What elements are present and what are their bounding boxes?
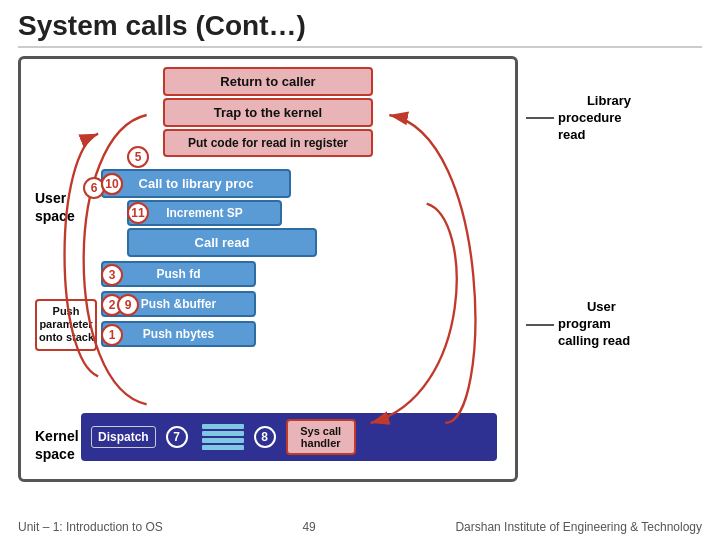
push-fd-box: Push fd <box>101 261 256 287</box>
badge-10: 10 <box>101 173 123 195</box>
badge-1: 1 <box>101 324 123 346</box>
kernel-line-3 <box>202 438 244 443</box>
user-space-label: User space <box>35 189 75 225</box>
kernel-space-label: Kernel space <box>35 427 79 463</box>
right-labels: Library procedure read User program call… <box>526 76 631 367</box>
kernel-line-4 <box>202 445 244 450</box>
push-parameter-box: Push parameter onto stack <box>35 299 97 351</box>
trap-to-kernel-box: Trap to the kernel <box>163 98 373 127</box>
increment-sp-box: Increment SP <box>127 200 282 226</box>
title-divider <box>18 46 702 48</box>
badge-5: 5 <box>127 146 149 168</box>
push-nbytes-box: Push nbytes <box>101 321 256 347</box>
badge-3: 3 <box>101 264 123 286</box>
call-read-box: Call read <box>127 228 317 257</box>
library-proc-label: Library procedure read <box>558 76 631 160</box>
badge-8: 8 <box>254 426 276 448</box>
return-to-caller-box: Return to caller <box>163 67 373 96</box>
footer-left: Unit – 1: Introduction to OS <box>18 520 163 534</box>
kernel-line-2 <box>202 431 244 436</box>
main-area: Return to caller Trap to the kernel 5 Pu… <box>0 56 720 482</box>
kernel-bar: Dispatch 7 8 Sys call handler <box>81 413 497 461</box>
kernel-lines <box>202 424 244 450</box>
call-lib-box: Call to library proc <box>101 169 291 198</box>
badge-7: 7 <box>166 426 188 448</box>
page-title: System calls (Cont…) <box>0 0 720 46</box>
diagram-box: Return to caller Trap to the kernel 5 Pu… <box>18 56 518 482</box>
badge-11: 11 <box>127 202 149 224</box>
kernel-line-1 <box>202 424 244 429</box>
footer-center: 49 <box>302 520 315 534</box>
user-program-label: User program calling read <box>558 282 630 366</box>
sys-handler-box: Sys call handler <box>286 419 356 455</box>
put-code-box: Put code for read in register <box>163 129 373 157</box>
badge-9: 9 <box>117 294 139 316</box>
dispatch-label: Dispatch <box>91 426 156 448</box>
footer-right: Darshan Institute of Engineering & Techn… <box>455 520 702 534</box>
footer: Unit – 1: Introduction to OS 49 Darshan … <box>18 520 702 534</box>
